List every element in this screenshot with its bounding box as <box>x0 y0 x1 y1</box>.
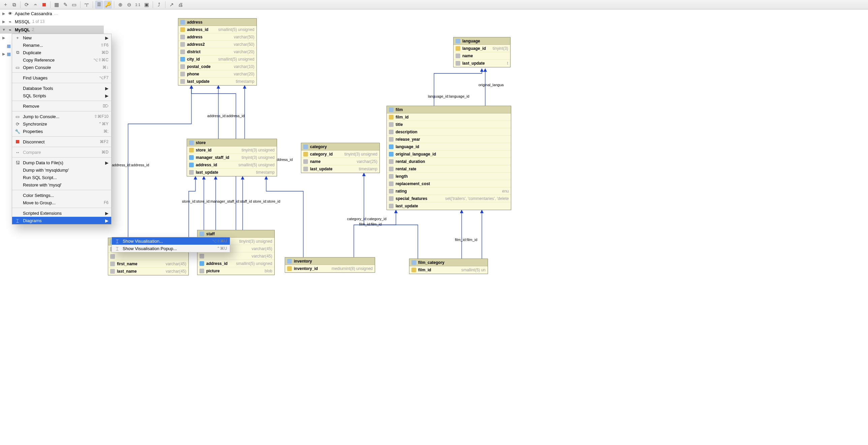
tbtn-table-view[interactable]: ▦ <box>53 1 61 9</box>
submenu-show-visualisation-[interactable]: ⌶Show Visualisation...⌥⇧⌘U <box>112 237 230 245</box>
tbtn-export[interactable]: ↗ <box>167 1 176 9</box>
column-row[interactable]: title <box>387 121 511 128</box>
column-row[interactable]: original_language_id <box>387 150 511 158</box>
table-category[interactable]: categorycategory_idtinyint(3) unsignedna… <box>301 143 380 173</box>
expand-arrow-icon[interactable]: ▶ <box>2 11 5 16</box>
tbtn-show-keys[interactable]: 🔑 <box>104 1 112 9</box>
column-type: set('trailers', 'commentaries', 'delete <box>445 196 509 201</box>
column-row[interactable]: last_updatetimestamp <box>187 169 277 176</box>
submenu-show-visualisation-popup-[interactable]: ⌶Show Visualisation Popup...⌃⌘U <box>112 245 230 252</box>
menu-restore-with-mysql-[interactable]: Restore with 'mysql' <box>12 181 111 189</box>
column-row[interactable]: language_idtinyint(3) <box>454 45 510 52</box>
tbtn-zoom-in[interactable]: ⊕ <box>116 1 124 9</box>
tbtn-stop[interactable] <box>40 1 48 9</box>
column-row[interactable]: category_idtinyint(3) unsigned <box>301 150 379 158</box>
menu-synchronize[interactable]: ⟳Synchronize⌃⌘Y <box>12 120 111 128</box>
column-row[interactable]: districtvarchar(20) <box>178 48 256 56</box>
tbtn-zoom-actual[interactable]: 1:1 <box>134 1 142 9</box>
tbtn-edit[interactable]: ✎ <box>61 1 69 9</box>
column-row[interactable]: namevarchar(25) <box>301 158 379 165</box>
tbtn-fit[interactable]: ▣ <box>143 1 151 9</box>
nav-item-mssql[interactable]: ▶⌁MSSQL1 of 13 <box>0 18 104 26</box>
column-row[interactable]: film_idsmallint(5) un <box>409 266 488 274</box>
menu-find-usages[interactable]: Find Usages⌥F7 <box>12 74 111 81</box>
er-diagram-canvas[interactable]: address_id:address_idaddress_id:address_… <box>0 9 868 445</box>
column-row[interactable]: rental_rate <box>387 165 511 173</box>
column-row[interactable]: manager_staff_idtinyint(3) unsigned <box>187 154 277 161</box>
column-row[interactable]: phonevarchar(20) <box>178 70 256 78</box>
column-row[interactable]: film_id <box>387 113 511 121</box>
table-inventory[interactable]: inventoryinventory_idmediumint(8) unsign… <box>285 257 375 273</box>
tbtn-duplicate[interactable]: ⧉ <box>10 1 18 9</box>
menu-dump-with-mysqldump-[interactable]: Dump with 'mysqldump' <box>12 166 111 174</box>
column-row[interactable]: description <box>387 128 511 136</box>
tbtn-refresh[interactable]: ⟳ <box>23 1 31 9</box>
column-row[interactable]: rental_duration <box>387 158 511 165</box>
menu-dump-data-to-file-s-[interactable]: 🖫Dump Data to File(s)▶ <box>12 159 111 166</box>
menu-jump-to-console-[interactable]: ▭Jump to Console...⇧⌘F10 <box>12 113 111 120</box>
tbtn-new[interactable]: ＋ <box>1 1 9 9</box>
menu-scripted-extensions[interactable]: Scripted Extensions▶ <box>12 209 111 217</box>
menu-disconnect[interactable]: Disconnect⌘F2 <box>12 138 111 145</box>
table-store[interactable]: storestore_idtinyint(3) unsignedmanager_… <box>187 139 277 176</box>
column-row[interactable]: replacement_cost <box>387 180 511 187</box>
column-row[interactable]: release_year <box>387 136 511 143</box>
menu-diagrams[interactable]: ⌶Diagrams▶ <box>12 217 111 224</box>
menu-database-tools[interactable]: Database Tools▶ <box>12 84 111 92</box>
column-row[interactable] <box>108 253 188 260</box>
menu-rename-[interactable]: Rename...⇧F6 <box>12 41 111 49</box>
column-row[interactable]: address2varchar(50) <box>178 41 256 48</box>
menu-run-sql-script-[interactable]: Run SQL Script... <box>12 174 111 181</box>
tbtn-show-columns[interactable]: 𝄜 <box>95 1 103 9</box>
column-type: varchar(20) <box>234 49 254 54</box>
tbtn-data-sources[interactable]: 𝄐 <box>31 1 39 9</box>
column-row[interactable]: special_featuresset('trailers', 'comment… <box>387 195 511 202</box>
menu-move-to-group-[interactable]: Move to Group...F6 <box>12 199 111 206</box>
column-row[interactable]: varchar(45) <box>197 252 274 260</box>
menu-remove[interactable]: Remove⌦ <box>12 102 111 110</box>
table-address[interactable]: addressaddress_idsmallint(5) unsignedadd… <box>178 18 257 85</box>
column-row[interactable]: address_idsmallint(5) unsigned <box>197 260 274 267</box>
column-row[interactable]: ratingenu <box>387 187 511 195</box>
column-row[interactable]: inventory_idmediumint(8) unsigned <box>285 265 375 272</box>
column-row[interactable]: city_idsmallint(5) unsigned <box>178 56 256 63</box>
menu-sql-scripts[interactable]: SQL Scripts▶ <box>12 92 111 99</box>
tbtn-print[interactable]: 🖨 <box>176 1 184 9</box>
diagrams-submenu[interactable]: ⌶Show Visualisation...⌥⇧⌘U⌶Show Visualis… <box>112 237 230 252</box>
nav-item-apache-cassandra[interactable]: ▶👁Apache Cassandra… <box>0 9 104 18</box>
column-name: film_id <box>396 115 507 119</box>
context-menu[interactable]: +New▶Rename...⇧F6⧉Duplicate⌘DCopy Refere… <box>12 34 112 225</box>
column-row[interactable]: addressvarchar(50) <box>178 33 256 41</box>
database-navigator[interactable]: ▶👁Apache Cassandra…▶⌁MSSQL1 of 13▼⌁MySQL… <box>0 9 104 36</box>
menu-new[interactable]: +New▶ <box>12 34 111 41</box>
column-row[interactable]: last_updatet <box>454 60 510 67</box>
column-row[interactable]: last_namevarchar(45) <box>108 268 188 275</box>
column-row[interactable]: last_updatetimestamp <box>301 165 379 173</box>
nav-item-mysql[interactable]: ▼⌁MySQL2 <box>0 26 104 34</box>
menu-properties[interactable]: 🔧Properties⌘; <box>12 128 111 135</box>
table-film_category[interactable]: film_categoryfilm_idsmallint(5) un <box>409 259 488 274</box>
tbtn-layout[interactable]: ⤴ <box>155 1 163 9</box>
column-row[interactable]: address_idsmallint(5) unsigned <box>178 26 256 33</box>
menu-copy-reference[interactable]: Copy Reference⌥⇧⌘C <box>12 56 111 64</box>
tbtn-zoom-out[interactable]: ⊖ <box>125 1 133 9</box>
tbtn-console[interactable]: ▭ <box>70 1 78 9</box>
column-row[interactable]: pictureblob <box>197 267 274 275</box>
expand-arrow-icon[interactable]: ▼ <box>2 28 5 32</box>
tbtn-filter[interactable]: 🝖 <box>83 1 91 9</box>
menu-duplicate[interactable]: ⧉Duplicate⌘D <box>12 49 111 56</box>
menu-open-console[interactable]: ▭Open Console⌘↓ <box>12 64 111 71</box>
table-film[interactable]: filmfilm_idtitledescriptionrelease_yearl… <box>386 106 511 210</box>
column-row[interactable]: language_id <box>387 143 511 150</box>
expand-arrow-icon[interactable]: ▶ <box>2 20 5 24</box>
menu-color-settings-[interactable]: Color Settings... <box>12 192 111 199</box>
column-row[interactable]: postal_codevarchar(10) <box>178 63 256 70</box>
column-row[interactable]: last_updatetimestamp <box>178 78 256 85</box>
column-row[interactable]: name <box>454 52 510 60</box>
column-row[interactable]: length <box>387 173 511 180</box>
table-language[interactable]: languagelanguage_idtinyint(3)namelast_up… <box>453 37 510 67</box>
column-row[interactable]: first_namevarchar(45) <box>108 260 188 268</box>
column-row[interactable]: last_update <box>387 202 511 210</box>
column-row[interactable]: store_idtinyint(3) unsigned <box>187 146 277 154</box>
column-row[interactable]: address_idsmallint(5) unsigned <box>187 161 277 169</box>
